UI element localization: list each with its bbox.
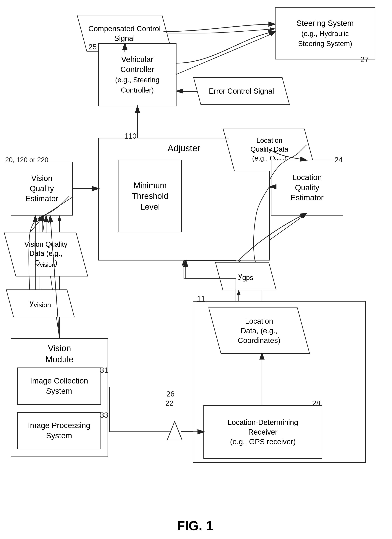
label-24: 24 bbox=[335, 156, 343, 164]
location-data: LocationData, (e.g.,Coordinates) bbox=[215, 308, 304, 354]
y-vision: yvision bbox=[10, 289, 71, 317]
label-22: 22 bbox=[165, 399, 174, 407]
steering-system-box: Steering System(e.g., HydraulicSteering … bbox=[275, 7, 375, 59]
vision-quality-data: Vision QualityData (e.g.,Qvision) bbox=[10, 232, 82, 276]
vision-quality-estimator-box: VisionQualityEstimator bbox=[11, 162, 73, 216]
label-11: 11 bbox=[197, 294, 205, 303]
label-31: 31 bbox=[100, 366, 108, 374]
label-20: 20, 120 or 220 bbox=[5, 156, 48, 164]
location-determining-box: Location-DeterminingReceiver(e.g., GPS r… bbox=[203, 405, 322, 459]
label-25: 25 bbox=[88, 43, 97, 51]
image-processing-box: Image ProcessingSystem bbox=[17, 412, 101, 449]
min-threshold-box: MinimumThresholdLevel bbox=[119, 160, 182, 232]
label-33: 33 bbox=[100, 411, 108, 419]
vehicular-controller-box: VehicularController(e.g., SteeringContro… bbox=[98, 43, 177, 106]
figure-label: FIG. 1 bbox=[158, 518, 232, 533]
label-28: 28 bbox=[312, 399, 320, 407]
diagram: Compensated Control Signal Steering Syst… bbox=[0, 0, 392, 539]
antenna-triangle bbox=[167, 421, 182, 442]
location-quality-estimator-box: LocationQualityEstimator bbox=[271, 160, 343, 216]
image-collection-box: Image CollectionSystem bbox=[17, 367, 101, 405]
label-26: 26 bbox=[166, 390, 175, 398]
label-110: 110 bbox=[124, 132, 137, 140]
error-control-signal: Error Control Signal bbox=[197, 77, 286, 105]
y-gps: ygps bbox=[219, 262, 273, 290]
svg-marker-45 bbox=[167, 421, 182, 440]
svg-line-3 bbox=[177, 33, 275, 74]
label-27: 27 bbox=[360, 55, 369, 64]
